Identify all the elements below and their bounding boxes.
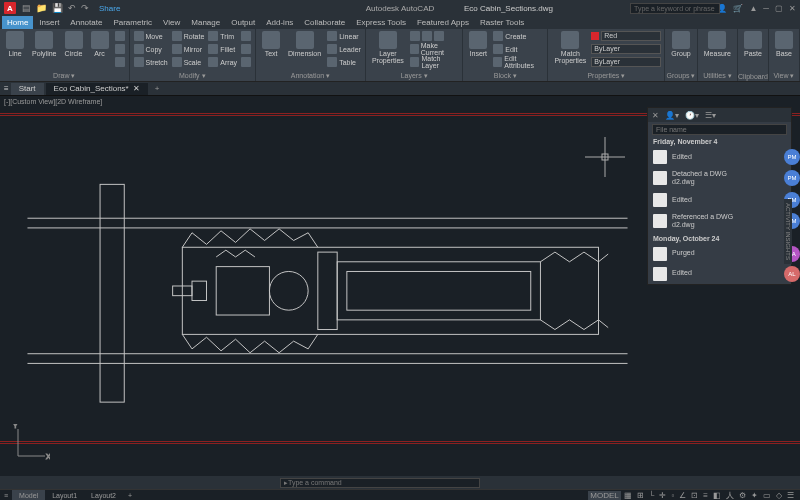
arc-button[interactable]: Arc [88,30,112,58]
model-badge[interactable]: MODEL [588,491,620,500]
paste-button[interactable]: Paste [741,30,765,58]
save-icon[interactable]: 💾 [52,3,63,13]
layout1-tab[interactable]: Layout1 [45,490,84,501]
color-select[interactable]: Red [591,30,661,41]
activity-item[interactable]: EditedPM [648,147,791,167]
minimize-icon[interactable]: ─ [763,4,769,13]
person-icon[interactable]: 👤▾ [665,111,679,120]
model-tab[interactable]: Model [12,490,45,501]
text-button[interactable]: Text [259,30,283,58]
tab-parametric[interactable]: Parametric [108,16,157,29]
linetype-select[interactable]: ByLayer [591,43,661,54]
close-icon[interactable]: ✕ [789,4,796,13]
start-tab[interactable]: Start [11,83,44,95]
edit-attr-button[interactable]: Edit Attributes [492,56,544,68]
table-button[interactable]: Table [326,56,362,68]
line-button[interactable]: Line [3,30,27,58]
redo-icon[interactable]: ↷ [81,3,89,13]
cart-icon[interactable]: 🛒 [733,4,743,13]
list-icon[interactable]: ☰▾ [705,111,716,120]
array-button[interactable]: Array [207,56,238,68]
scale-button[interactable]: Scale [171,56,206,68]
circle-button[interactable]: Circle [62,30,86,58]
match-properties-button[interactable]: Match Properties [551,30,589,65]
tab-featured[interactable]: Featured Apps [412,16,474,29]
snap-icon[interactable]: ⊞ [635,491,646,500]
close-tab-icon[interactable]: ✕ [133,84,140,93]
base-button[interactable]: Base [772,30,796,58]
activity-item[interactable]: Referenced a DWG d2.dwgPM [648,210,791,233]
insert-button[interactable]: Insert [466,30,490,58]
tabs-menu-icon[interactable]: ≡ [4,84,9,93]
polar-icon[interactable]: ✛ [657,491,668,500]
clean-icon[interactable]: ▭ [761,491,773,500]
layout2-tab[interactable]: Layout2 [84,490,123,501]
app-logo[interactable]: A [4,2,16,14]
tab-output[interactable]: Output [226,16,260,29]
make-current-button[interactable]: Make Current [409,43,459,55]
add-layout-button[interactable]: + [123,492,137,499]
scale-icon[interactable]: 人 [724,490,736,501]
match-layer-button[interactable]: Match Layer [409,56,459,68]
search-input[interactable]: Type a keyword or phrase [630,3,720,14]
tab-manage[interactable]: Manage [186,16,225,29]
group-button[interactable]: Group [668,30,693,58]
activity-item[interactable]: EditedPM [648,190,791,210]
open-icon[interactable]: 📁 [36,3,47,13]
menu-icon[interactable]: ▤ [22,3,31,13]
activity-item[interactable]: Detached a DWG d2.dwgPM [648,167,791,190]
custom-icon[interactable]: ☰ [785,491,796,500]
polyline-button[interactable]: Polyline [29,30,60,58]
measure-button[interactable]: Measure [701,30,734,58]
file-tab[interactable]: Eco Cabin_Sections*✕ [46,83,148,95]
track-icon[interactable]: ∠ [677,491,688,500]
leader-button[interactable]: Leader [326,43,362,55]
rotate-button[interactable]: Rotate [171,30,206,42]
activity-item[interactable]: EditedAL [648,264,791,284]
mirror-button[interactable]: Mirror [171,43,206,55]
tab-view[interactable]: View [158,16,185,29]
osnap-icon[interactable]: ▫ [669,491,676,500]
tab-annotate[interactable]: Annotate [65,16,107,29]
layout-menu-icon[interactable]: ≡ [0,492,12,499]
undo-icon[interactable]: ↶ [68,3,76,13]
tab-collaborate[interactable]: Collaborate [299,16,350,29]
trim-button[interactable]: Trim [207,30,238,42]
panel-close-icon[interactable]: ✕ [652,111,659,120]
iso-icon[interactable]: ◇ [774,491,784,500]
share-button[interactable]: Share [99,4,120,13]
fillet-button[interactable]: Fillet [207,43,238,55]
lineweight-select[interactable]: ByLayer [591,56,661,67]
tab-addins[interactable]: Add-ins [261,16,298,29]
new-tab-button[interactable]: + [150,84,165,93]
lwt-icon[interactable]: ≡ [701,491,710,500]
draw-extra[interactable] [114,30,126,42]
tab-home[interactable]: Home [2,16,33,29]
tab-express[interactable]: Express Tools [351,16,411,29]
linear-button[interactable]: Linear [326,30,362,42]
panel-search-input[interactable] [652,124,787,135]
tab-insert[interactable]: Insert [34,16,64,29]
command-line[interactable]: ▸ Type a command [280,478,480,488]
drawing-canvas[interactable]: YX ✕ 👤▾ 🕐▾ ☰▾ Friday, November 4 EditedP… [0,107,800,476]
create-button[interactable]: Create [492,30,544,42]
tab-raster[interactable]: Raster Tools [475,16,529,29]
stretch-button[interactable]: Stretch [133,56,169,68]
grid-icon[interactable]: ▦ [622,491,634,500]
ortho-icon[interactable]: └ [647,491,657,500]
edit-button[interactable]: Edit [492,43,544,55]
insights-tab[interactable]: ACTIVITY INSIGHTS [784,199,792,264]
dyn-icon[interactable]: ⊡ [689,491,700,500]
copy-button[interactable]: Copy [133,43,169,55]
layer-properties-button[interactable]: Layer Properties [369,30,407,65]
view-label[interactable]: [-][Custom View][2D Wireframe] [0,96,800,107]
anno-icon[interactable]: ✦ [749,491,760,500]
workspace-icon[interactable]: ⚙ [737,491,748,500]
trans-icon[interactable]: ◧ [711,491,723,500]
activity-item[interactable]: PurgedLA [648,244,791,264]
dimension-button[interactable]: Dimension [285,30,324,58]
clock-icon[interactable]: 🕐▾ [685,111,699,120]
move-button[interactable]: Move [133,30,169,42]
help-icon[interactable]: ▲ [749,4,757,13]
maximize-icon[interactable]: ▢ [775,4,783,13]
